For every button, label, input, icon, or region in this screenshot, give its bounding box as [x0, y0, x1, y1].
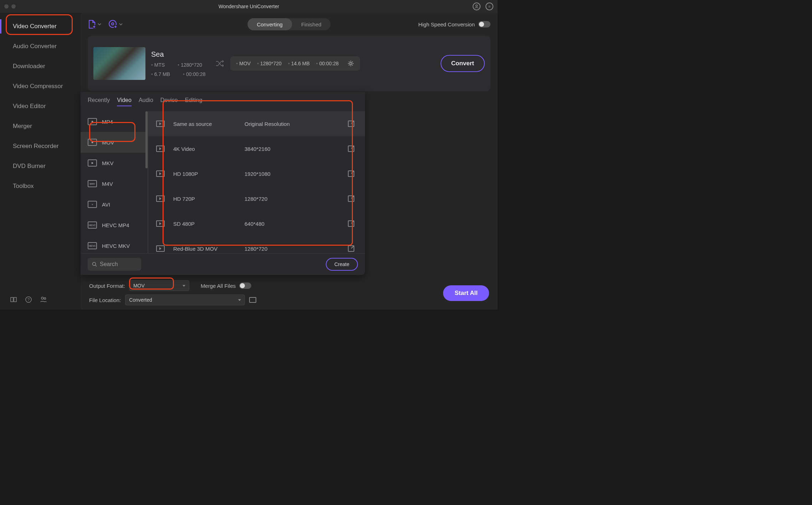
format-search-input[interactable]: Search: [88, 258, 141, 271]
hsc-toggle[interactable]: [478, 21, 490, 27]
res-dim: 1280*720: [245, 246, 339, 252]
sidebar-item-video-compressor[interactable]: Video Compressor: [0, 76, 81, 96]
res-name: HD 720P: [173, 196, 236, 202]
fp-tab-recently[interactable]: Recently: [88, 97, 110, 106]
edit-icon[interactable]: [348, 121, 354, 127]
resolution-list[interactable]: Same as sourceOriginal Resolution 4K Vid…: [148, 111, 365, 253]
sidebar-item-audio-converter[interactable]: Audio Converter: [0, 36, 81, 56]
format-item-mkv[interactable]: ▶MKV: [81, 153, 148, 173]
resolution-item[interactable]: HD 1080P1920*1080: [148, 161, 365, 186]
out-dim: 1280*720: [257, 61, 282, 66]
src-dur: 00:00:28: [183, 71, 205, 77]
help-icon[interactable]: ?: [25, 296, 32, 303]
content-area: Converting Finished High Speed Conversio…: [81, 13, 498, 310]
format-item-avi[interactable]: ≡AVI: [81, 194, 148, 215]
disc-icon: ◉: [88, 118, 97, 125]
hsc-label: High Speed Conversion: [418, 21, 475, 27]
sidebar-item-screen-recorder[interactable]: Screen Recorder: [0, 136, 81, 156]
titlebar: Wondershare UniConverter ≡: [0, 0, 498, 13]
sidebar-item-label: Video Compressor: [13, 83, 63, 90]
create-format-button[interactable]: Create: [326, 258, 358, 271]
merge-label: Merge All Files: [201, 283, 236, 289]
output-format-value: MOV: [133, 283, 145, 289]
film-icon: HEVC: [88, 242, 97, 249]
shuffle-icon: [215, 58, 225, 68]
sidebar-item-dvd-burner[interactable]: DVD Burner: [0, 156, 81, 176]
guide-icon[interactable]: [10, 296, 17, 303]
resolution-item[interactable]: Red-Blue 3D MOV1280*720: [148, 236, 365, 253]
output-format-select[interactable]: MOV: [129, 280, 189, 291]
sidebar-item-merger[interactable]: Merger: [0, 116, 81, 136]
open-folder-icon[interactable]: [249, 297, 256, 303]
res-name: HD 1080P: [173, 171, 236, 177]
edit-icon[interactable]: [348, 245, 354, 252]
format-list[interactable]: ◉MP4 ◉MOV ▶MKV M4VM4V ≡AVI HEVCHEVC MP4 …: [81, 111, 148, 253]
format-label: HEVC MKV: [102, 243, 130, 249]
search-icon: [92, 262, 97, 267]
edit-icon[interactable]: [348, 146, 354, 152]
res-name: 4K Video: [173, 146, 236, 152]
window-controls[interactable]: [4, 4, 16, 9]
status-tabs: Converting Finished: [247, 18, 330, 30]
sidebar-item-label: Video Converter: [13, 23, 57, 30]
out-size: 14.6 MB: [288, 61, 310, 66]
feedback-icon[interactable]: ≡: [485, 2, 493, 10]
film-icon: M4V: [88, 180, 97, 187]
film-icon: HEVC: [88, 221, 97, 229]
sidebar-item-label: Downloader: [13, 63, 45, 70]
edit-icon[interactable]: [348, 195, 354, 202]
src-size: 6.7 MB: [151, 71, 170, 77]
sidebar-item-video-editor[interactable]: Video Editor: [0, 96, 81, 116]
format-item-mp4[interactable]: ◉MP4: [81, 111, 148, 132]
chevron-down-icon: [98, 23, 101, 25]
resolution-item[interactable]: Same as sourceOriginal Resolution: [148, 111, 365, 136]
sidebar-item-toolbox[interactable]: Toolbox: [0, 176, 81, 196]
svg-point-3: [41, 297, 43, 299]
file-location-select[interactable]: Converted: [125, 295, 245, 305]
svg-point-7: [112, 23, 114, 25]
svg-point-4: [44, 298, 46, 300]
merge-toggle[interactable]: [239, 282, 251, 289]
sidebar-item-label: Merger: [13, 123, 32, 130]
fp-tab-video[interactable]: Video: [117, 97, 132, 106]
format-item-mov[interactable]: ◉MOV: [81, 132, 148, 153]
res-dim: Original Resolution: [245, 121, 339, 127]
film-icon: ≡: [88, 201, 97, 208]
output-settings-pill[interactable]: MOV 1280*720 14.6 MB 00:00:28: [230, 56, 360, 71]
file-location-value: Converted: [129, 297, 152, 303]
out-dur: 00:00:28: [316, 61, 339, 66]
video-icon: [156, 146, 165, 152]
fp-tab-audio[interactable]: Audio: [139, 97, 153, 106]
fp-tab-editing[interactable]: Editing: [185, 97, 202, 106]
convert-button[interactable]: Convert: [441, 55, 485, 72]
svg-text:?: ?: [27, 297, 30, 302]
gear-icon[interactable]: [347, 60, 354, 67]
account-icon[interactable]: [473, 2, 480, 10]
sidebar-item-label: Screen Recorder: [13, 143, 59, 150]
format-item-hevc-mkv[interactable]: HEVCHEVC MKV: [81, 235, 148, 253]
add-file-button[interactable]: [88, 20, 101, 29]
resolution-item[interactable]: 4K Video3840*2160: [148, 136, 365, 161]
svg-point-9: [350, 62, 352, 65]
edit-icon[interactable]: [348, 220, 354, 227]
out-format: MOV: [236, 61, 251, 66]
video-thumbnail[interactable]: [93, 47, 145, 80]
add-dvd-button[interactable]: [108, 20, 123, 29]
format-item-hevc-mp4[interactable]: HEVCHEVC MP4: [81, 215, 148, 235]
res-dim: 3840*2160: [245, 146, 339, 152]
sidebar-item-downloader[interactable]: Downloader: [0, 56, 81, 76]
sidebar-item-video-converter[interactable]: Video Converter: [0, 16, 81, 36]
sidebar-item-label: DVD Burner: [13, 163, 46, 170]
edit-icon[interactable]: [348, 170, 354, 177]
file-card: Sea MTS 1280*720 6.7 MB 00:00:28 MOV 128…: [88, 36, 490, 91]
resolution-item[interactable]: SD 480P640*480: [148, 211, 365, 236]
resolution-item[interactable]: HD 720P1280*720: [148, 186, 365, 211]
disc-icon: ◉: [88, 139, 97, 146]
video-icon: [156, 170, 165, 177]
tab-finished[interactable]: Finished: [292, 18, 331, 30]
users-icon[interactable]: [40, 296, 47, 303]
tab-converting[interactable]: Converting: [247, 18, 292, 30]
fp-tab-device[interactable]: Device: [160, 97, 178, 106]
format-item-m4v[interactable]: M4VM4V: [81, 173, 148, 194]
start-all-button[interactable]: Start All: [443, 285, 489, 301]
